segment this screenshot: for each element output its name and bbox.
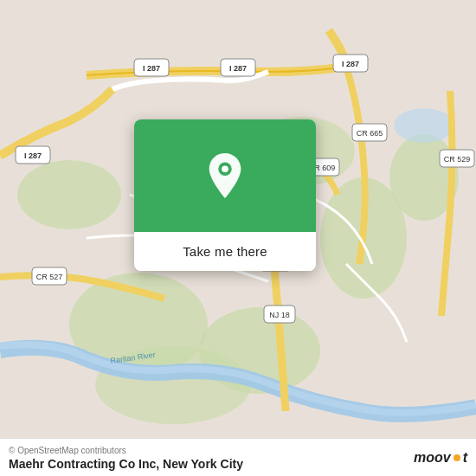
svg-text:I 287: I 287 xyxy=(143,64,160,73)
bottom-bar: © OpenStreetMap contributors Maehr Contr… xyxy=(0,438,476,476)
svg-point-8 xyxy=(394,108,454,143)
svg-text:CR 527: CR 527 xyxy=(36,273,63,281)
svg-text:I 287: I 287 xyxy=(229,64,247,73)
take-me-there-button[interactable]: Take me there xyxy=(134,232,316,271)
map-container: I 287 I 287 I 287 I 287 CR 665 CR 529 CR… xyxy=(0,0,476,476)
svg-text:I 287: I 287 xyxy=(342,60,359,68)
svg-text:I 287: I 287 xyxy=(24,151,42,160)
moovit-text-end: t xyxy=(463,450,467,466)
card-map-area xyxy=(134,119,316,232)
moovit-logo: moov t xyxy=(414,450,467,466)
moovit-text: moov xyxy=(414,450,451,466)
attribution-text: © OpenStreetMap contributors xyxy=(9,446,126,455)
location-name: Maehr Contracting Co Inc, New York City xyxy=(9,457,467,471)
svg-point-1 xyxy=(17,160,121,229)
location-pin-icon xyxy=(204,151,246,200)
attribution: © OpenStreetMap contributors xyxy=(9,446,467,455)
moovit-dot xyxy=(453,454,460,461)
svg-text:NJ 18: NJ 18 xyxy=(269,311,290,319)
location-card: Take me there xyxy=(134,119,316,271)
svg-point-31 xyxy=(222,165,228,172)
svg-text:CR 529: CR 529 xyxy=(444,155,471,164)
svg-text:CR 665: CR 665 xyxy=(357,129,383,138)
